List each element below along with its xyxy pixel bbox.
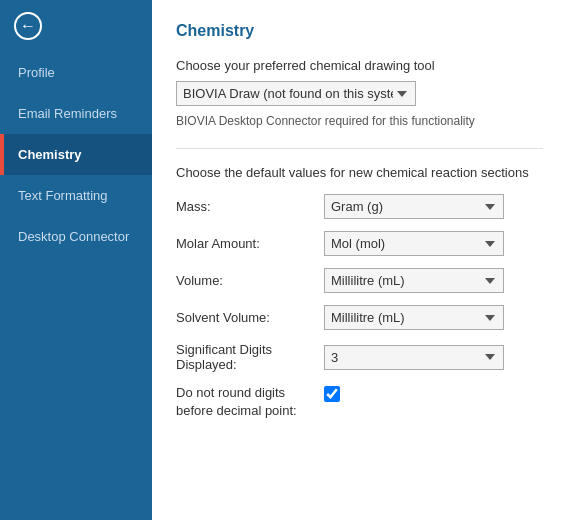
sidebar-item-label: Text Formatting	[18, 188, 108, 203]
sidebar: ← Profile Email Reminders Chemistry Text…	[0, 0, 152, 520]
sidebar-item-label: Chemistry	[18, 147, 82, 162]
sig-digits-label: Significant Digits Displayed:	[176, 342, 324, 372]
sidebar-nav: Profile Email Reminders Chemistry Text F…	[0, 52, 152, 520]
solvent-volume-select[interactable]: Millilitre (mL) Litre (L) Microlitre (µL…	[324, 305, 504, 330]
mass-field-row: Mass: Gram (g) Kilogram (kg) Milligram (…	[176, 194, 543, 219]
sig-digits-select[interactable]: 1 2 3 4 5 6	[324, 345, 504, 370]
sig-digits-field-row: Significant Digits Displayed: 1 2 3 4 5 …	[176, 342, 543, 372]
page-title: Chemistry	[176, 22, 543, 40]
main-content: Chemistry Choose your preferred chemical…	[152, 0, 567, 520]
back-icon: ←	[14, 12, 42, 40]
sidebar-item-label: Desktop Connector	[18, 229, 129, 244]
sidebar-item-desktop-connector[interactable]: Desktop Connector	[0, 216, 152, 257]
sidebar-item-label: Profile	[18, 65, 55, 80]
sidebar-item-profile[interactable]: Profile	[0, 52, 152, 93]
sidebar-item-email-reminders[interactable]: Email Reminders	[0, 93, 152, 134]
molar-amount-field-row: Molar Amount: Mol (mol) Millimol (mmol) …	[176, 231, 543, 256]
no-round-label: Do not round digits before decimal point…	[176, 384, 324, 420]
sidebar-item-text-formatting[interactable]: Text Formatting	[0, 175, 152, 216]
drawing-tool-select[interactable]: BIOVIA Draw (not found on this system)	[176, 81, 416, 106]
drawing-tool-label: Choose your preferred chemical drawing t…	[176, 58, 543, 73]
volume-field-row: Volume: Millilitre (mL) Litre (L) Microl…	[176, 268, 543, 293]
solvent-volume-label: Solvent Volume:	[176, 310, 324, 325]
molar-amount-select[interactable]: Mol (mol) Millimol (mmol) Micromol (µmol…	[324, 231, 504, 256]
sidebar-item-label: Email Reminders	[18, 106, 117, 121]
mass-select[interactable]: Gram (g) Kilogram (kg) Milligram (mg)	[324, 194, 504, 219]
mass-label: Mass:	[176, 199, 324, 214]
back-button[interactable]: ←	[0, 0, 152, 52]
solvent-volume-field-row: Solvent Volume: Millilitre (mL) Litre (L…	[176, 305, 543, 330]
warning-text: BIOVIA Desktop Connector required for th…	[176, 114, 543, 128]
no-round-checkbox[interactable]	[324, 386, 340, 402]
drawing-tool-row: BIOVIA Draw (not found on this system)	[176, 81, 543, 106]
sidebar-item-chemistry[interactable]: Chemistry	[0, 134, 152, 175]
default-values-heading: Choose the default values for new chemic…	[176, 165, 543, 180]
molar-amount-label: Molar Amount:	[176, 236, 324, 251]
no-round-row: Do not round digits before decimal point…	[176, 384, 543, 420]
volume-label: Volume:	[176, 273, 324, 288]
divider	[176, 148, 543, 149]
volume-select[interactable]: Millilitre (mL) Litre (L) Microlitre (µL…	[324, 268, 504, 293]
